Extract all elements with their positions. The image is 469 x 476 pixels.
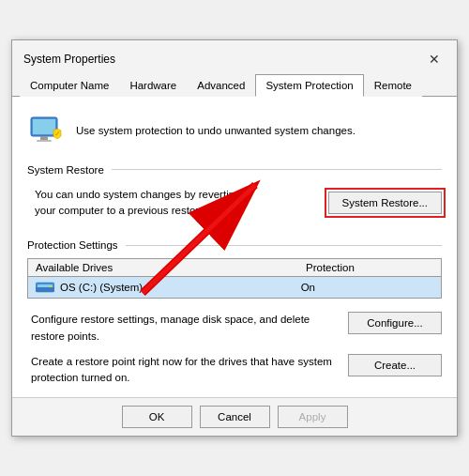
table-header-row: Available Drives Protection [28, 259, 441, 277]
system-restore-content: You can undo system changes by reverting… [27, 183, 442, 227]
dialog-footer: OK Cancel Apply [12, 397, 457, 436]
title-bar: System Properties ✕ [12, 40, 457, 74]
svg-text:✓: ✓ [54, 130, 61, 138]
configure-description: Configure restore settings, manage disk … [31, 312, 337, 345]
system-restore-button[interactable]: System Restore... [328, 192, 442, 214]
section-divider-2 [126, 245, 442, 246]
svg-rect-1 [33, 119, 55, 134]
tab-hardware[interactable]: Hardware [119, 74, 187, 97]
svg-rect-9 [36, 287, 54, 292]
drive-icon [36, 280, 54, 295]
configure-section: Configure restore settings, manage disk … [27, 312, 442, 345]
dialog-title: System Properties [23, 53, 115, 66]
system-restore-title: System Restore [27, 164, 104, 176]
tab-advanced[interactable]: Advanced [187, 74, 255, 97]
system-restore-description: You can undo system changes by reverting… [35, 187, 317, 220]
svg-rect-2 [40, 136, 48, 140]
tab-remote[interactable]: Remote [364, 74, 422, 97]
create-button[interactable]: Create... [348, 354, 442, 376]
svg-rect-3 [37, 140, 52, 142]
configure-button[interactable]: Configure... [348, 312, 442, 334]
protection-settings-title: Protection Settings [27, 239, 118, 251]
drive-row[interactable]: OS (C:) (System) On [28, 277, 441, 298]
system-properties-dialog: System Properties ✕ Computer Name Hardwa… [11, 39, 458, 438]
system-icon: ✓ [27, 112, 65, 149]
create-section: Create a restore point right now for the… [27, 354, 442, 387]
tab-computer-name[interactable]: Computer Name [20, 74, 119, 97]
header-section: ✓ Use system protection to undo unwanted… [27, 112, 442, 149]
system-restore-section: System Restore You can undo system chang… [27, 164, 442, 227]
tab-content: ✓ Use system protection to undo unwanted… [12, 97, 457, 398]
protection-status-cell: On [301, 282, 433, 293]
apply-button[interactable]: Apply [278, 406, 348, 428]
protection-settings-header: Protection Settings [27, 239, 442, 251]
header-description: Use system protection to undo unwanted s… [76, 123, 356, 138]
ok-button[interactable]: OK [122, 406, 192, 428]
section-divider [112, 169, 442, 170]
tab-system-protection[interactable]: System Protection [255, 74, 363, 97]
system-restore-header: System Restore [27, 164, 442, 176]
column-header-protection: Protection [298, 259, 441, 276]
protection-settings-section: Protection Settings Available Drives Pro… [27, 239, 442, 299]
tab-bar: Computer Name Hardware Advanced System P… [12, 74, 457, 97]
close-button[interactable]: ✕ [423, 48, 446, 70]
column-header-drives: Available Drives [28, 259, 298, 276]
protection-drives-table: Available Drives Protection [27, 258, 442, 299]
cancel-button[interactable]: Cancel [200, 406, 270, 428]
drive-cell: OS (C:) (System) [36, 280, 301, 295]
create-description: Create a restore point right now for the… [31, 354, 337, 387]
